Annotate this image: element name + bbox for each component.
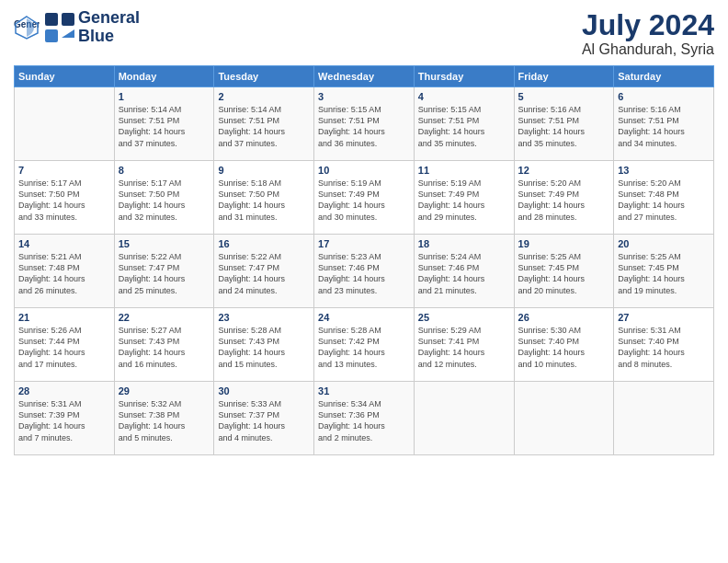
cell-content: Sunrise: 5:25 AM Sunset: 7:45 PM Dayligh… <box>518 251 610 296</box>
calendar-cell: 21Sunrise: 5:26 AM Sunset: 7:44 PM Dayli… <box>15 308 115 382</box>
cell-content: Sunrise: 5:28 AM Sunset: 7:42 PM Dayligh… <box>318 325 410 370</box>
cell-content: Sunrise: 5:24 AM Sunset: 7:46 PM Dayligh… <box>418 251 510 296</box>
day-number: 26 <box>518 312 610 323</box>
general-blue-logo-graphic <box>43 11 76 44</box>
day-number: 23 <box>218 312 310 323</box>
calendar-cell: 13Sunrise: 5:20 AM Sunset: 7:48 PM Dayli… <box>614 161 714 235</box>
weekday-header-monday: Monday <box>114 66 214 87</box>
cell-content: Sunrise: 5:20 AM Sunset: 7:49 PM Dayligh… <box>518 178 610 223</box>
logo-text: General Blue <box>78 9 140 46</box>
calendar-cell: 10Sunrise: 5:19 AM Sunset: 7:49 PM Dayli… <box>314 161 415 235</box>
calendar-cell: 4Sunrise: 5:15 AM Sunset: 7:51 PM Daylig… <box>414 87 514 161</box>
calendar-cell: 31Sunrise: 5:34 AM Sunset: 7:36 PM Dayli… <box>314 382 415 455</box>
day-number: 20 <box>618 238 710 249</box>
calendar-cell: 25Sunrise: 5:29 AM Sunset: 7:41 PM Dayli… <box>414 308 514 382</box>
calendar-header-row: SundayMondayTuesdayWednesdayThursdayFrid… <box>15 66 714 87</box>
calendar-cell: 7Sunrise: 5:17 AM Sunset: 7:50 PM Daylig… <box>15 161 115 235</box>
cell-content: Sunrise: 5:15 AM Sunset: 7:51 PM Dayligh… <box>318 104 410 149</box>
calendar-cell: 2Sunrise: 5:14 AM Sunset: 7:51 PM Daylig… <box>214 87 314 161</box>
calendar-cell: 15Sunrise: 5:22 AM Sunset: 7:47 PM Dayli… <box>114 235 214 308</box>
day-number: 9 <box>218 165 310 176</box>
calendar-cell: 6Sunrise: 5:16 AM Sunset: 7:51 PM Daylig… <box>614 87 714 161</box>
day-number: 22 <box>119 312 210 323</box>
page-header: General General Blue <box>14 9 714 58</box>
day-number: 17 <box>318 238 410 249</box>
day-number: 8 <box>119 165 210 176</box>
cell-content: Sunrise: 5:14 AM Sunset: 7:51 PM Dayligh… <box>218 104 310 149</box>
calendar-cell: 11Sunrise: 5:19 AM Sunset: 7:49 PM Dayli… <box>414 161 514 235</box>
day-number: 3 <box>318 91 410 102</box>
calendar-cell: 29Sunrise: 5:32 AM Sunset: 7:38 PM Dayli… <box>114 382 214 455</box>
cell-content: Sunrise: 5:17 AM Sunset: 7:50 PM Dayligh… <box>119 178 210 223</box>
calendar-week-4: 21Sunrise: 5:26 AM Sunset: 7:44 PM Dayli… <box>15 308 714 382</box>
cell-content: Sunrise: 5:16 AM Sunset: 7:51 PM Dayligh… <box>518 104 610 149</box>
day-number: 1 <box>119 91 210 102</box>
day-number: 31 <box>318 385 410 396</box>
day-number: 19 <box>518 238 610 249</box>
calendar-cell: 16Sunrise: 5:22 AM Sunset: 7:47 PM Dayli… <box>214 235 314 308</box>
day-number: 18 <box>418 238 510 249</box>
logo: General General Blue <box>14 9 140 46</box>
svg-rect-3 <box>62 13 74 26</box>
cell-content: Sunrise: 5:34 AM Sunset: 7:36 PM Dayligh… <box>318 398 410 443</box>
day-number: 16 <box>218 238 310 249</box>
day-number: 6 <box>618 91 710 102</box>
weekday-header-sunday: Sunday <box>15 66 115 87</box>
day-number: 24 <box>318 312 410 323</box>
weekday-header-saturday: Saturday <box>614 66 714 87</box>
calendar-table: SundayMondayTuesdayWednesdayThursdayFrid… <box>14 65 714 455</box>
calendar-cell: 23Sunrise: 5:28 AM Sunset: 7:43 PM Dayli… <box>214 308 314 382</box>
calendar-week-5: 28Sunrise: 5:31 AM Sunset: 7:39 PM Dayli… <box>15 382 714 455</box>
cell-content: Sunrise: 5:26 AM Sunset: 7:44 PM Dayligh… <box>18 325 110 370</box>
calendar-week-1: 1Sunrise: 5:14 AM Sunset: 7:51 PM Daylig… <box>15 87 714 161</box>
calendar-week-2: 7Sunrise: 5:17 AM Sunset: 7:50 PM Daylig… <box>15 161 714 235</box>
calendar-cell <box>514 382 614 455</box>
day-number: 29 <box>119 385 210 396</box>
cell-content: Sunrise: 5:22 AM Sunset: 7:47 PM Dayligh… <box>119 251 210 296</box>
svg-rect-2 <box>45 13 58 26</box>
calendar-cell: 26Sunrise: 5:30 AM Sunset: 7:40 PM Dayli… <box>514 308 614 382</box>
cell-content: Sunrise: 5:21 AM Sunset: 7:48 PM Dayligh… <box>18 251 110 296</box>
calendar-cell: 1Sunrise: 5:14 AM Sunset: 7:51 PM Daylig… <box>114 87 214 161</box>
cell-content: Sunrise: 5:32 AM Sunset: 7:38 PM Dayligh… <box>119 398 210 443</box>
day-number: 14 <box>18 238 110 249</box>
cell-content: Sunrise: 5:30 AM Sunset: 7:40 PM Dayligh… <box>518 325 610 370</box>
calendar-body: 1Sunrise: 5:14 AM Sunset: 7:51 PM Daylig… <box>15 87 714 455</box>
weekday-header-friday: Friday <box>514 66 614 87</box>
calendar-cell: 22Sunrise: 5:27 AM Sunset: 7:43 PM Dayli… <box>114 308 214 382</box>
day-number: 13 <box>618 165 710 176</box>
calendar-cell: 19Sunrise: 5:25 AM Sunset: 7:45 PM Dayli… <box>514 235 614 308</box>
cell-content: Sunrise: 5:31 AM Sunset: 7:40 PM Dayligh… <box>618 325 710 370</box>
calendar-cell: 20Sunrise: 5:25 AM Sunset: 7:45 PM Dayli… <box>614 235 714 308</box>
day-number: 27 <box>618 312 710 323</box>
day-number: 30 <box>218 385 310 396</box>
day-number: 5 <box>518 91 610 102</box>
day-number: 7 <box>18 165 110 176</box>
calendar-cell: 5Sunrise: 5:16 AM Sunset: 7:51 PM Daylig… <box>514 87 614 161</box>
cell-content: Sunrise: 5:14 AM Sunset: 7:51 PM Dayligh… <box>119 104 210 149</box>
cell-content: Sunrise: 5:27 AM Sunset: 7:43 PM Dayligh… <box>119 325 210 370</box>
cell-content: Sunrise: 5:25 AM Sunset: 7:45 PM Dayligh… <box>618 251 710 296</box>
svg-rect-4 <box>45 29 58 42</box>
day-number: 12 <box>518 165 610 176</box>
cell-content: Sunrise: 5:22 AM Sunset: 7:47 PM Dayligh… <box>218 251 310 296</box>
calendar-cell: 17Sunrise: 5:23 AM Sunset: 7:46 PM Dayli… <box>314 235 415 308</box>
day-number: 25 <box>418 312 510 323</box>
calendar-cell <box>614 382 714 455</box>
location-title: Al Ghandurah, Syria <box>582 41 714 58</box>
calendar-cell: 18Sunrise: 5:24 AM Sunset: 7:46 PM Dayli… <box>414 235 514 308</box>
weekday-header-thursday: Thursday <box>414 66 514 87</box>
calendar-cell <box>414 382 514 455</box>
calendar-cell: 30Sunrise: 5:33 AM Sunset: 7:37 PM Dayli… <box>214 382 314 455</box>
day-number: 4 <box>418 91 510 102</box>
cell-content: Sunrise: 5:33 AM Sunset: 7:37 PM Dayligh… <box>218 398 310 443</box>
calendar-cell: 24Sunrise: 5:28 AM Sunset: 7:42 PM Dayli… <box>314 308 415 382</box>
calendar-cell: 8Sunrise: 5:17 AM Sunset: 7:50 PM Daylig… <box>114 161 214 235</box>
cell-content: Sunrise: 5:15 AM Sunset: 7:51 PM Dayligh… <box>418 104 510 149</box>
day-number: 11 <box>418 165 510 176</box>
calendar-cell: 9Sunrise: 5:18 AM Sunset: 7:50 PM Daylig… <box>214 161 314 235</box>
month-title: July 2024 <box>582 9 714 41</box>
day-number: 28 <box>18 385 110 396</box>
logo-icon: General <box>14 15 40 40</box>
cell-content: Sunrise: 5:16 AM Sunset: 7:51 PM Dayligh… <box>618 104 710 149</box>
